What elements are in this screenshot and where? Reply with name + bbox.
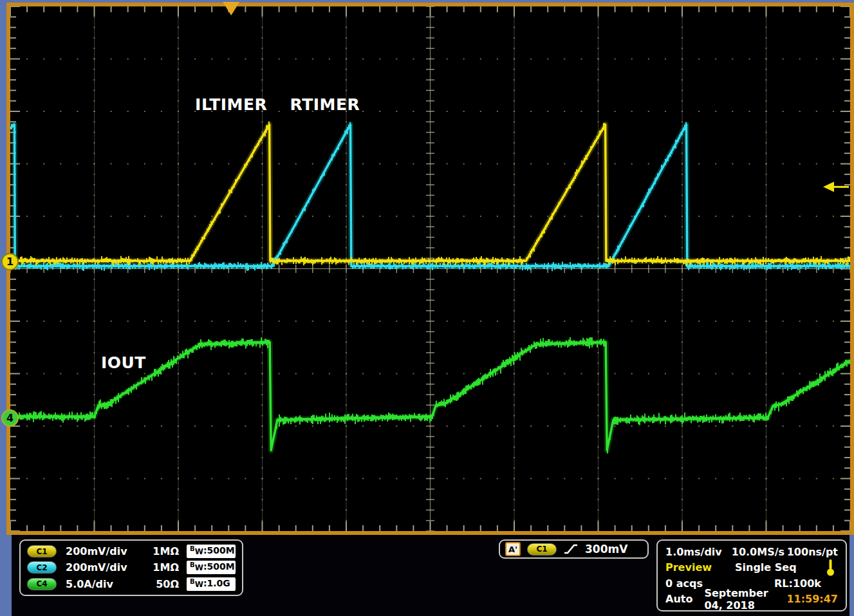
- iout-label: IOUT: [101, 353, 146, 372]
- channel-badge-c1: C1: [27, 545, 57, 557]
- channel-row-c4[interactable]: C4 5.0A/div 50Ω BW:1.0G: [27, 576, 242, 592]
- sample-rate: 10.0MS/s: [732, 546, 784, 558]
- bandwidth-readout-c2: BW:500M: [187, 561, 236, 574]
- rtimer-label: RTIMER: [290, 95, 360, 113]
- graticule-and-traces: [10, 6, 850, 531]
- channel-row-c1[interactable]: C1 200mV/div 1MΩ BW:500M: [27, 543, 242, 559]
- trigger-a-badge: A': [505, 542, 521, 556]
- trigger-readout-box[interactable]: A' C1 300mV: [499, 539, 649, 559]
- bandwidth-readout-c1: BW:500M: [187, 545, 236, 558]
- waveform-display: ILTIMER RTIMER IOUT: [10, 6, 850, 531]
- bandwidth-readout-c4: BW:1.0G: [187, 577, 236, 591]
- bw-value: :1.0G: [203, 578, 230, 588]
- bw-w-glyph: W: [195, 563, 203, 572]
- acq-preview-status: Preview: [665, 561, 712, 574]
- channel-scale-c2: 200mV/div: [66, 561, 142, 574]
- channel-scale-c4: 5.0A/div: [66, 578, 142, 590]
- timebase-scale: 1.0ms/div: [665, 546, 722, 558]
- timebase-row-4: Auto September 04, 2018 11:59:47: [665, 592, 838, 607]
- bw-b-glyph: B: [190, 545, 195, 552]
- channel-badge-c2: C2: [27, 561, 57, 574]
- acq-single-seq: Single Seq: [735, 561, 797, 574]
- trigger-mode: Auto: [665, 593, 692, 605]
- thermometer-icon: [826, 559, 835, 576]
- timebase-row-1: 1.0ms/div 10.0MS/s 100ns/pt: [665, 544, 838, 559]
- channel-badge-c4: C4: [27, 578, 57, 590]
- timebase-row-2: Preview Single Seq: [665, 560, 838, 575]
- status-bar: C1 200mV/div 1MΩ BW:500M C2 200mV/div 1M…: [12, 535, 849, 616]
- channel-impedance-c1: 1MΩ: [142, 545, 179, 557]
- channel-scale-c1: 200mV/div: [66, 545, 142, 557]
- bw-w-glyph: W: [195, 580, 203, 589]
- bw-value: :500M: [203, 561, 235, 572]
- oscilloscope-screen: { "scope": { "channels": [ {"label": "C1…: [0, 0, 854, 616]
- bw-b-glyph: B: [190, 561, 195, 568]
- trigger-source-badge: C1: [527, 543, 557, 555]
- sample-resolution: 100ns/pt: [787, 546, 838, 558]
- date-text: September 04, 2018: [704, 587, 786, 611]
- channel-impedance-c2: 1MΩ: [142, 561, 179, 574]
- channel-readouts-box[interactable]: C1 200mV/div 1MΩ BW:500M C2 200mV/div 1M…: [19, 539, 243, 596]
- rising-edge-icon: [563, 543, 579, 555]
- iltimer-label: ILTIMER: [195, 95, 267, 113]
- channel-impedance-c4: 50Ω: [142, 578, 179, 590]
- bw-b-glyph: B: [190, 578, 195, 585]
- trigger-level-value: 300mV: [585, 543, 627, 555]
- bw-value: :500M: [203, 545, 235, 555]
- acq-count: 0 acqs: [665, 577, 703, 590]
- timebase-readout-box[interactable]: 1.0ms/div 10.0MS/s 100ns/pt Preview Sing…: [656, 539, 847, 611]
- bw-w-glyph: W: [195, 547, 203, 556]
- clock-time: 11:59:47: [786, 593, 838, 605]
- channel-row-c2[interactable]: C2 200mV/div 1MΩ BW:500M: [27, 559, 242, 575]
- waveform-display-frame: ILTIMER RTIMER IOUT 1 4: [6, 3, 854, 535]
